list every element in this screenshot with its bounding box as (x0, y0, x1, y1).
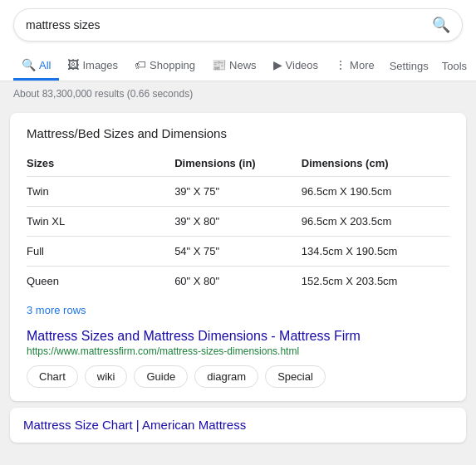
snippet-card: Mattress/Bed Sizes and Dimensions Sizes … (10, 113, 466, 401)
table-row: Full54" X 75"134.5cm X 190.5cm (27, 237, 449, 267)
tab-videos-label: Videos (286, 59, 319, 71)
table-cell: 60" X 80" (174, 267, 302, 296)
pill-button[interactable]: Chart (27, 365, 78, 388)
search-bar-row: 🔍 (13, 8, 463, 42)
table-cell: 54" X 75" (174, 237, 302, 267)
tab-shopping-label: Shopping (150, 59, 195, 71)
table-cell: Twin (27, 177, 174, 207)
header: 🔍 🔍 All 🖼 Images 🏷 Shopping 📰 News ▶ Vid… (0, 0, 476, 81)
all-icon: 🔍 (22, 58, 36, 71)
table-cell: 152.5cm X 203.5cm (302, 267, 449, 296)
table-cell: Full (27, 237, 174, 267)
table-cell: 134.5cm X 190.5cm (302, 237, 449, 267)
bottom-result: Mattress Size Chart | American Mattress (10, 408, 466, 443)
result-link-title[interactable]: Mattress Sizes and Mattress Dimensions -… (27, 329, 449, 344)
col-header-dim-cm: Dimensions (cm) (302, 152, 449, 177)
pill-button[interactable]: Special (265, 365, 326, 388)
pill-button[interactable]: wiki (85, 365, 128, 388)
more-rows-link[interactable]: 3 more rows (27, 304, 86, 316)
table-cell: 96.5cm X 203.5cm (302, 207, 449, 237)
table-cell: 96.5cm X 190.5cm (302, 177, 449, 207)
result-link-url: https://www.mattressfirm.com/mattress-si… (27, 345, 449, 357)
tab-shopping[interactable]: 🏷 Shopping (126, 51, 204, 81)
table-cell: 39" X 75" (174, 177, 302, 207)
tab-news[interactable]: 📰 News (204, 51, 265, 81)
tab-videos[interactable]: ▶ Videos (265, 51, 327, 81)
table-row: Twin39" X 75"96.5cm X 190.5cm (27, 177, 449, 207)
tab-images[interactable]: 🖼 Images (59, 51, 126, 81)
col-header-dim-in: Dimensions (in) (174, 152, 302, 177)
table-cell: Twin XL (27, 207, 174, 237)
tools-link[interactable]: Tools (435, 53, 474, 79)
tab-images-label: Images (82, 59, 118, 71)
snippet-title: Mattress/Bed Sizes and Dimensions (27, 126, 449, 140)
pill-button[interactable]: Guide (134, 365, 188, 388)
search-box[interactable]: 🔍 (13, 8, 463, 42)
news-icon: 📰 (212, 58, 226, 71)
pills-row: ChartwikiGuidediagramSpecial (27, 365, 449, 388)
table-row: Queen60" X 80"152.5cm X 203.5cm (27, 267, 449, 296)
more-icon: ⋮ (335, 58, 346, 71)
table-cell: 39" X 80" (174, 207, 302, 237)
table-row: Twin XL39" X 80"96.5cm X 203.5cm (27, 207, 449, 237)
tab-more[interactable]: ⋮ More (326, 51, 383, 81)
tab-all[interactable]: 🔍 All (13, 51, 59, 81)
tab-more-label: More (350, 59, 375, 71)
images-icon: 🖼 (67, 58, 79, 71)
table-header-row: Sizes Dimensions (in) Dimensions (cm) (27, 152, 449, 177)
main-content: Mattress/Bed Sizes and Dimensions Sizes … (0, 106, 476, 449)
nav-tabs: 🔍 All 🖼 Images 🏷 Shopping 📰 News ▶ Video… (13, 48, 463, 81)
col-header-sizes: Sizes (27, 152, 174, 177)
bottom-result-link[interactable]: Mattress Size Chart | American Mattress (23, 418, 246, 432)
videos-icon: ▶ (273, 58, 282, 71)
mattress-table: Sizes Dimensions (in) Dimensions (cm) Tw… (27, 152, 449, 296)
search-input[interactable] (26, 18, 425, 32)
pill-button[interactable]: diagram (194, 365, 258, 388)
tab-all-label: All (39, 59, 51, 71)
tab-news-label: News (229, 59, 257, 71)
settings-link[interactable]: Settings (383, 53, 435, 79)
search-icon[interactable]: 🔍 (432, 16, 450, 34)
result-count: About 83,300,000 results (0.66 seconds) (0, 81, 476, 106)
table-cell: Queen (27, 267, 174, 296)
shopping-icon: 🏷 (135, 58, 146, 71)
